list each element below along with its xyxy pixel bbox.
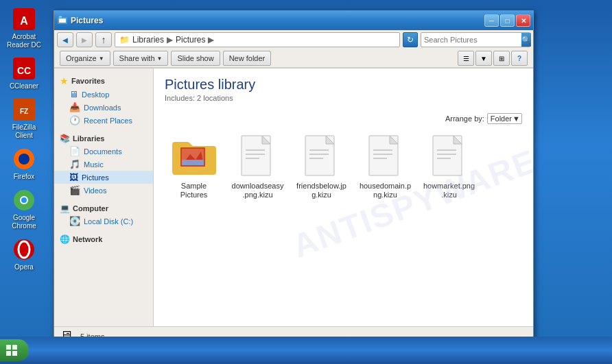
close-button[interactable]: ✕ (516, 14, 530, 27)
sidebar-item-recent-places[interactable]: 🕐 Recent Places (54, 114, 153, 127)
toolbar-area: ◄ ► ↑ 📁 Libraries ▶ Pictures ▶ ↻ 🔍 (54, 30, 533, 69)
sidebar-libraries-header[interactable]: 📚 Libraries (54, 132, 153, 145)
help-button[interactable]: ? (511, 51, 528, 66)
filezilla-label: FileZilla Client (3, 123, 45, 140)
start-button[interactable] (0, 339, 29, 361)
svg-rect-27 (309, 158, 323, 159)
chrome-icon (12, 188, 36, 213)
maximize-button[interactable]: □ (500, 14, 515, 27)
desktop-icon-ccleaner[interactable]: CC CCleaner (3, 56, 45, 90)
organize-button[interactable]: Organize ▼ (60, 51, 110, 66)
sidebar-favorites: ★ Favorites 🖥 Desktop 📥 Downloads 🕐 Rece… (54, 74, 153, 127)
back-button[interactable]: ◄ (57, 32, 73, 47)
svg-rect-15 (59, 16, 62, 18)
content-pane: ANTISPYWARE.C Pictures library Includes:… (154, 69, 533, 326)
file-label-friendsbelow: friendsbelow.jpg.kizu (295, 182, 348, 199)
desktop-icon-opera[interactable]: Opera (3, 237, 45, 271)
sidebar-favorites-header[interactable]: ★ Favorites (54, 74, 153, 88)
refresh-button[interactable]: ↻ (403, 32, 418, 47)
sidebar-item-local-disk[interactable]: 💽 Local Disk (C:) (54, 215, 153, 228)
music-icon: 🎵 (69, 159, 80, 169)
chrome-label: Google Chrome (3, 214, 45, 230)
minimize-button[interactable]: ─ (484, 14, 499, 27)
file-item-housedomain[interactable]: housedomain.png.kizu (356, 130, 414, 202)
svg-rect-26 (309, 154, 329, 155)
svg-rect-33 (437, 149, 456, 151)
svg-point-10 (21, 197, 27, 203)
view-dropdown-button[interactable]: ▼ (475, 51, 492, 66)
explorer-window: Pictures ─ □ ✕ ◄ ► ↑ 📁 Libraries (54, 10, 534, 346)
sidebar-libraries: 📚 Libraries 📄 Documents 🎵 Music 🖼 Pictur… (54, 132, 153, 197)
desktop-icon-acrobat[interactable]: A Acrobat Reader DC (3, 7, 45, 49)
acrobat-icon: A (12, 7, 36, 32)
desktop-icon-filezilla[interactable]: FZ FileZilla Client (3, 97, 45, 140)
sidebar-item-pictures[interactable]: 🖼 Pictures (54, 171, 153, 184)
view-list-button[interactable]: ☰ (458, 51, 474, 66)
desktop-icons-area: A Acrobat Reader DC CC CCleaner FZ FileZ (0, 0, 48, 278)
svg-rect-23 (246, 158, 259, 159)
arrange-value: Folder (491, 114, 512, 123)
documents-icon: 📄 (69, 146, 80, 156)
arrange-chevron-icon: ▼ (513, 114, 520, 123)
file-label-downloadseasy: downloadseasy.png.kizu (231, 182, 284, 199)
title-bar-controls: ─ □ ✕ (484, 14, 530, 27)
share-with-button[interactable]: Share with ▼ (113, 51, 169, 66)
favorites-star-icon: ★ (60, 75, 69, 86)
svg-rect-36 (6, 345, 11, 350)
title-bar: Pictures ─ □ ✕ (54, 11, 533, 30)
breadcrumb-icon: 📁 (119, 35, 130, 45)
svg-point-7 (19, 154, 30, 165)
file-item-howmarket[interactable]: howmarket.png.kizu (420, 130, 478, 202)
opera-icon (12, 237, 36, 262)
sidebar-item-videos[interactable]: 🎬 Videos (54, 184, 153, 197)
svg-rect-38 (6, 351, 11, 356)
svg-text:FZ: FZ (20, 108, 28, 115)
search-input[interactable] (421, 36, 521, 44)
new-folder-button[interactable]: New folder (223, 51, 272, 66)
svg-text:A: A (20, 15, 28, 27)
file-item-downloadseasy[interactable]: downloadseasy.png.kizu (228, 130, 287, 202)
sidebar-favorites-label: Favorites (71, 77, 105, 85)
doc-icon-2 (298, 132, 345, 179)
search-button[interactable]: 🔍 (521, 33, 531, 47)
network-icon: 🌐 (60, 234, 70, 244)
sidebar-item-downloads[interactable]: 📥 Downloads (54, 101, 153, 114)
sidebar-computer-header[interactable]: 💻 Computer (54, 202, 153, 215)
sidebar-item-documents[interactable]: 📄 Documents (54, 145, 153, 158)
sidebar-item-desktop[interactable]: 🖥 Desktop (54, 88, 153, 101)
file-item-sample-pictures[interactable]: Sample Pictures (165, 130, 223, 202)
desktop-icon-chrome[interactable]: Google Chrome (3, 188, 45, 230)
desktop-icon-small: 🖥 (69, 89, 78, 99)
desktop-icon-firefox[interactable]: Firefox (3, 147, 45, 181)
search-bar: 🔍 (421, 32, 530, 47)
doc-icon-3 (362, 132, 409, 179)
doc-icon-4 (426, 132, 473, 179)
forward-button[interactable]: ► (76, 32, 93, 47)
arrange-dropdown[interactable]: Folder ▼ (487, 113, 522, 124)
svg-rect-22 (246, 154, 265, 155)
acrobat-label: Acrobat Reader DC (3, 33, 45, 49)
file-label-howmarket: howmarket.png.kizu (423, 182, 475, 199)
up-button[interactable]: ↑ (95, 32, 112, 47)
arrange-bar: Arrange by: Folder ▼ (165, 113, 522, 124)
sidebar-item-music[interactable]: 🎵 Music (54, 158, 153, 171)
sidebar: ★ Favorites 🖥 Desktop 📥 Downloads 🕐 Rece… (54, 69, 154, 326)
arrange-label: Arrange by: (445, 114, 484, 123)
file-item-friendsbelow[interactable]: friendsbelow.jpg.kizu (292, 130, 351, 202)
svg-rect-31 (373, 158, 387, 159)
slide-show-button[interactable]: Slide show (171, 51, 220, 66)
svg-rect-35 (437, 158, 451, 159)
ccleaner-label: CCleaner (10, 82, 38, 90)
svg-rect-34 (437, 154, 456, 155)
svg-rect-30 (373, 154, 392, 155)
sidebar-network-header[interactable]: 🌐 Network (54, 233, 153, 245)
sidebar-computer-label: Computer (73, 204, 108, 213)
downloads-icon: 📥 (69, 102, 80, 112)
breadcrumb[interactable]: 📁 Libraries ▶ Pictures ▶ (115, 32, 400, 47)
svg-text:CC: CC (17, 65, 31, 76)
recent-places-icon: 🕐 (69, 115, 80, 125)
computer-icon: 💻 (60, 204, 70, 213)
view-grid-button[interactable]: ⊞ (493, 51, 510, 66)
svg-rect-21 (246, 149, 265, 151)
svg-rect-19 (182, 160, 204, 165)
